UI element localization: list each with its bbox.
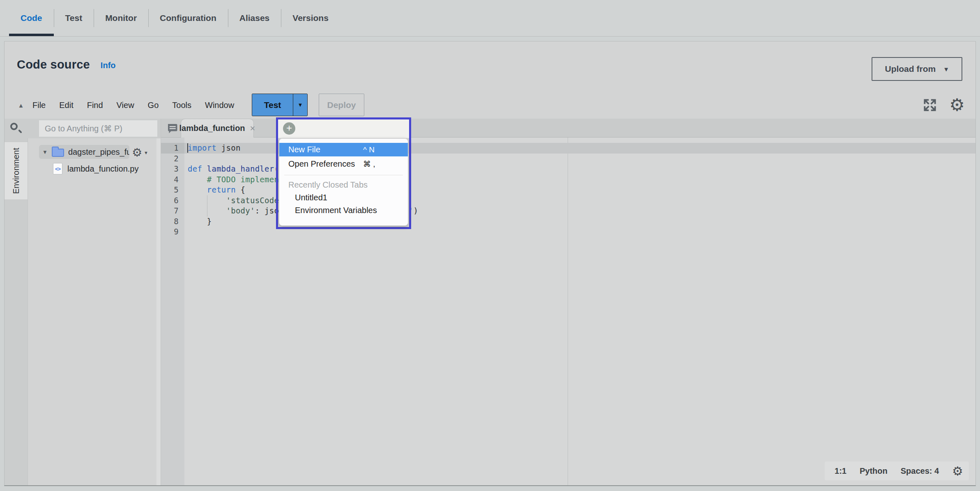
close-icon[interactable]: ×	[250, 123, 255, 134]
tab-configuration[interactable]: Configuration	[148, 0, 228, 36]
file-label: lambda_function.py	[67, 164, 138, 174]
environment-tab-label: Environment	[12, 148, 21, 194]
menu-item-label: Open Preferences	[279, 159, 355, 169]
text-cursor	[187, 143, 188, 153]
test-dropdown-button[interactable]: ▼	[293, 94, 307, 116]
gear-icon: ⚙	[132, 146, 142, 159]
toolbar-right: ⚙	[922, 92, 965, 119]
chevron-down-icon: ▼	[298, 102, 303, 108]
line-number: 1	[161, 143, 184, 154]
menu-find[interactable]: Find	[87, 101, 103, 110]
tree-file-lambda-function[interactable]: <> lambda_function.py	[53, 162, 138, 175]
new-tab-strip: +	[278, 119, 409, 138]
new-tab-menu-popup: + New File ^ N Open Preferences ⌘ , Rece…	[276, 117, 411, 229]
collapse-editor-icon[interactable]: ▲	[13, 102, 29, 109]
deploy-button[interactable]: Deploy	[319, 94, 364, 116]
menu-divider	[284, 175, 403, 175]
line-number: 9	[161, 227, 184, 237]
tab-list-icon[interactable]	[166, 122, 178, 134]
tab-versions[interactable]: Versions	[281, 0, 340, 36]
line-number: 6	[161, 195, 184, 206]
upload-from-button[interactable]: Upload from ▼	[872, 57, 962, 81]
shortcut-label: ^ N	[363, 145, 398, 154]
code-text: # TODO implement	[184, 174, 284, 185]
info-link[interactable]: Info	[101, 61, 116, 71]
line-number: 5	[161, 185, 184, 195]
line-number: 4	[161, 174, 184, 185]
menu-item-untitled1[interactable]: Untitled1	[279, 191, 408, 204]
code-text: }	[184, 216, 212, 227]
sidebar: Environment ▼ dagster_pipes_funct ⚙ ▼ <>	[5, 119, 161, 485]
sidebar-tab-environment[interactable]: Environment	[5, 142, 28, 200]
indentation-setting[interactable]: Spaces: 4	[901, 466, 939, 476]
code-source-panel: Code source Info Upload from ▼ ▲ File Ed…	[4, 41, 976, 486]
line-number: 3	[161, 164, 184, 174]
menu-edit[interactable]: Edit	[59, 101, 73, 110]
folder-icon	[52, 149, 64, 157]
function-nav: Code Test Monitor Configuration Aliases …	[0, 0, 980, 37]
tab-code[interactable]: Code	[9, 0, 54, 36]
page-title: Code source	[17, 58, 90, 71]
code-text: import json	[184, 143, 241, 154]
sidebar-scrollbar[interactable]	[156, 138, 161, 485]
goto-anything-row	[5, 119, 161, 138]
tab-test[interactable]: Test	[54, 0, 94, 36]
editor-toolbar: ▲ File Edit Find View Go Tools Window Te…	[5, 92, 975, 119]
menu-item-label: New File	[279, 145, 320, 154]
folder-label: dagster_pipes_funct	[68, 147, 129, 157]
menu-item-new-file[interactable]: New File ^ N	[279, 143, 408, 156]
code-text: return {	[184, 185, 245, 195]
language-mode[interactable]: Python	[860, 466, 888, 476]
shortcut-label: ⌘ ,	[363, 159, 398, 169]
panel-header: Code source Info	[17, 58, 116, 71]
line-number: 2	[161, 154, 184, 164]
code-file-icon: <>	[53, 163, 62, 174]
gear-icon[interactable]: ⚙	[949, 97, 965, 113]
menu-window[interactable]: Window	[205, 101, 234, 110]
line-number: 8	[161, 216, 184, 227]
tree-settings-button[interactable]: ⚙ ▼	[132, 146, 148, 159]
chevron-down-icon: ▼	[943, 66, 949, 73]
menu-view[interactable]: View	[117, 101, 134, 110]
code-text	[184, 154, 188, 164]
sidebar-tab-strip: Environment	[5, 138, 28, 485]
tab-menu-panel: New File ^ N Open Preferences ⌘ , Recent…	[279, 138, 408, 226]
editor-status-bar: 1:1 Python Spaces: 4 ⚙	[825, 461, 969, 480]
goto-anything-input[interactable]	[39, 120, 157, 137]
indent-guide	[207, 195, 207, 216]
tree-folder-dagster-pipes[interactable]: ▼ dagster_pipes_funct	[39, 145, 129, 159]
menu-go[interactable]: Go	[148, 101, 159, 110]
chevron-down-icon: ▼	[144, 150, 148, 155]
fullscreen-icon[interactable]	[922, 97, 938, 113]
test-split-button: Test ▼	[252, 94, 308, 116]
menu-item-open-preferences[interactable]: Open Preferences ⌘ ,	[279, 156, 408, 172]
editor-menubar: File Edit Find View Go Tools Window	[32, 101, 234, 110]
line-number: 7	[161, 206, 184, 216]
editor-tab-label: lambda_function	[179, 124, 245, 133]
workspace: Environment ▼ dagster_pipes_funct ⚙ ▼ <>	[5, 119, 975, 485]
tab-aliases[interactable]: Aliases	[228, 0, 281, 36]
cursor-position[interactable]: 1:1	[835, 466, 847, 476]
code-text	[184, 227, 188, 237]
menu-file[interactable]: File	[32, 101, 46, 110]
test-button[interactable]: Test	[252, 94, 293, 116]
menu-tools[interactable]: Tools	[172, 101, 191, 110]
disclosure-open-icon[interactable]: ▼	[42, 149, 48, 155]
editor-tab-lambda-function[interactable]: lambda_function ×	[181, 119, 254, 138]
gear-icon[interactable]: ⚙	[952, 464, 963, 478]
plus-icon[interactable]: +	[283, 122, 295, 135]
upload-from-label: Upload from	[885, 64, 936, 74]
menu-item-environment-variables[interactable]: Environment Variables	[279, 204, 408, 217]
tab-monitor[interactable]: Monitor	[94, 0, 148, 36]
search-icon[interactable]	[9, 122, 22, 134]
menu-section-header: Recently Closed Tabs	[279, 179, 408, 191]
file-tree: ▼ dagster_pipes_funct ⚙ ▼ <> lambda_func…	[28, 138, 156, 485]
